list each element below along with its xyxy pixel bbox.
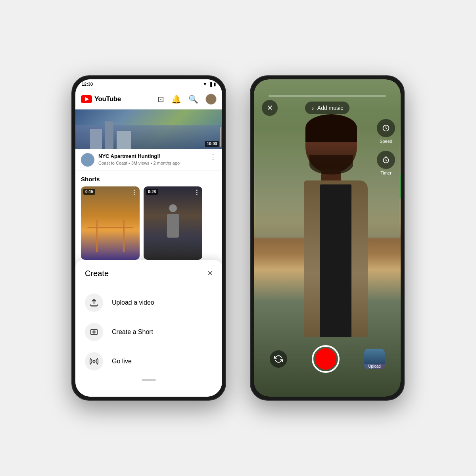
go-live-label: Go live	[112, 358, 132, 365]
green-accent	[399, 175, 401, 198]
short-thumb-1[interactable]: 0:15 ⋮	[81, 186, 140, 260]
video-banner[interactable]: 10:00	[75, 109, 222, 149]
shorts-row: 0:15 ⋮ 0:28 ⋮	[81, 186, 217, 260]
bell-icon[interactable]: 🔔	[171, 94, 181, 104]
video-duration: 10:00	[205, 141, 219, 147]
phone-1: 12:30 ▼ ▐ ▮ YouTube ⊡ 🔔 🔍	[71, 75, 226, 401]
go-live-item[interactable]: Go live	[85, 347, 213, 376]
sheet-title: Create	[85, 269, 109, 278]
close-sheet-button[interactable]: ×	[207, 268, 213, 278]
create-short-label: Create a Short	[112, 328, 153, 336]
go-live-icon-circle	[85, 352, 103, 370]
flip-camera-button[interactable]	[270, 350, 287, 368]
upload-video-item[interactable]: Upload a video	[85, 288, 213, 317]
video-meta: NYC Apartment Hunting!! Coast to Coast •…	[98, 153, 205, 165]
camera-right-controls: Speed Timer	[377, 119, 395, 181]
sheet-handle	[142, 379, 156, 381]
short-2-duration: 0:28	[146, 189, 158, 195]
battery-icon: ▮	[213, 82, 216, 87]
shorts-label: Shorts	[81, 176, 217, 182]
add-music-label: Add music	[317, 105, 343, 111]
record-button-outer[interactable]	[312, 345, 340, 373]
upload-video-label: Upload a video	[112, 299, 154, 306]
play-triangle-icon	[85, 97, 89, 101]
create-short-icon-circle	[85, 323, 103, 341]
svg-point-2	[93, 360, 95, 363]
add-music-button[interactable]: ♪ Add music	[305, 102, 349, 114]
video-subtitle: Coast to Coast • 3M views • 2 months ago	[98, 161, 205, 165]
speed-button[interactable]	[377, 119, 395, 137]
youtube-logo-text: YouTube	[94, 95, 121, 103]
channel-avatar	[81, 153, 94, 167]
short-1-duration: 0:15	[83, 189, 95, 195]
create-sheet: Create × Upload a video	[75, 260, 222, 397]
short-2-more[interactable]: ⋮	[194, 189, 200, 196]
camera-bottom-controls: Upload	[254, 345, 401, 373]
create-short-item[interactable]: Create a Short	[85, 317, 213, 347]
phone-2: ✕ ♪ Add music	[250, 75, 405, 401]
upload-thumbnail[interactable]: Upload	[364, 349, 385, 369]
camera-background: ✕ ♪ Add music	[254, 79, 401, 397]
timer-label: Timer	[380, 171, 392, 175]
youtube-logo: YouTube	[81, 95, 121, 103]
wifi-icon: ▼	[203, 82, 207, 86]
time: 12:30	[82, 82, 93, 86]
x-icon: ✕	[267, 104, 273, 112]
camera-close-button[interactable]: ✕	[262, 100, 278, 116]
sheet-header: Create ×	[85, 268, 213, 278]
shorts-section: Shorts 0:15 ⋮	[75, 171, 222, 263]
avatar[interactable]	[205, 94, 217, 105]
recording-progress-bar	[269, 95, 386, 97]
camera-screen: ✕ ♪ Add music	[254, 79, 401, 397]
record-button-inner	[315, 348, 336, 370]
signal-icon: ▐	[209, 82, 212, 86]
youtube-icon-box	[81, 95, 92, 103]
upload-icon-circle	[85, 294, 103, 312]
video-info: NYC Apartment Hunting!! Coast to Coast •…	[75, 149, 222, 171]
svg-point-1	[93, 331, 95, 333]
video-title: NYC Apartment Hunting!!	[98, 153, 205, 160]
status-icons: ▼ ▐ ▮	[203, 82, 216, 87]
scroll-indicator	[220, 127, 221, 147]
timer-button[interactable]	[377, 151, 395, 169]
music-note-icon: ♪	[311, 105, 314, 111]
camera-top-controls: ✕ ♪ Add music	[254, 100, 401, 116]
svg-rect-0	[91, 330, 98, 335]
phone-screen: 12:30 ▼ ▐ ▮ YouTube ⊡ 🔔 🔍	[75, 79, 222, 397]
short-1-more[interactable]: ⋮	[131, 189, 137, 196]
video-more-icon[interactable]: ⋮	[209, 153, 217, 160]
upload-label: Upload	[368, 364, 381, 369]
status-bar: 12:30 ▼ ▐ ▮	[75, 79, 222, 89]
short-thumb-2[interactable]: 0:28 ⋮	[144, 186, 202, 260]
search-icon[interactable]: 🔍	[188, 94, 198, 104]
cast-icon[interactable]: ⊡	[157, 94, 164, 104]
speed-label: Speed	[380, 139, 392, 144]
upload-thumb-image	[364, 349, 385, 364]
header-icons: ⊡ 🔔 🔍	[157, 94, 217, 105]
youtube-header: YouTube ⊡ 🔔 🔍	[75, 89, 222, 109]
camera-view: ✕ ♪ Add music	[254, 79, 401, 397]
